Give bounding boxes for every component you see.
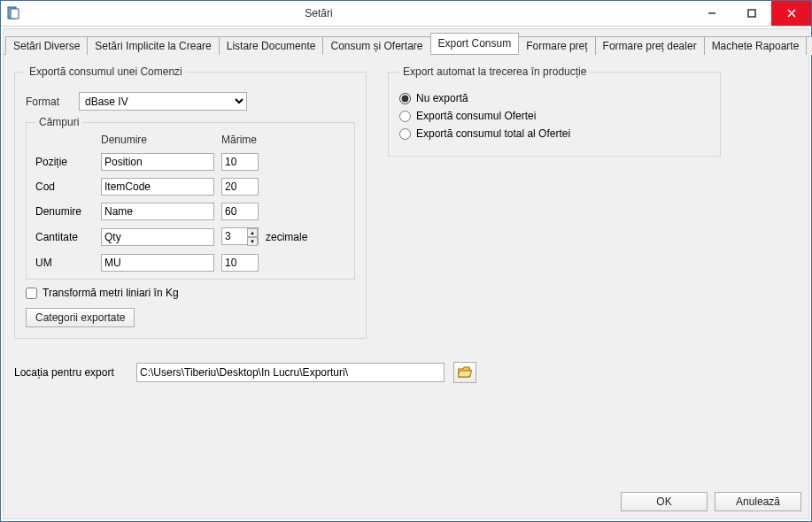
ok-button[interactable]: OK bbox=[621, 492, 708, 511]
tab-conectarea[interactable]: Conectarea la d bbox=[806, 36, 812, 55]
format-label: Format bbox=[26, 96, 79, 108]
input-denumire-name[interactable] bbox=[101, 203, 214, 220]
group-campuri: Câmpuri Denumire Mărime Poziție Cod bbox=[26, 116, 355, 280]
tab-consum-ofertare[interactable]: Consum și Ofertare bbox=[322, 36, 430, 55]
tab-formare-pret-dealer[interactable]: Formare preț dealer bbox=[595, 36, 705, 55]
spin-down[interactable]: ▼ bbox=[247, 237, 258, 246]
label-cantitate: Cantitate bbox=[35, 231, 94, 243]
tab-machete-rapoarte[interactable]: Machete Rapoarte bbox=[704, 36, 808, 55]
input-cod-size[interactable] bbox=[221, 178, 259, 196]
format-select[interactable]: dBase IV bbox=[79, 92, 247, 111]
client-area: Setări Diverse Setări Implicite la Crear… bbox=[3, 28, 809, 519]
tab-setari-implicite[interactable]: Setări Implicite la Creare bbox=[87, 36, 219, 55]
svg-rect-1 bbox=[11, 9, 19, 19]
header-denumire: Denumire bbox=[101, 134, 214, 146]
svg-rect-3 bbox=[748, 10, 755, 17]
spin-up[interactable]: ▲ bbox=[247, 228, 258, 237]
input-cod-name[interactable] bbox=[101, 178, 214, 196]
svg-marker-9 bbox=[458, 371, 472, 377]
tab-listare-documente[interactable]: Listare Documente bbox=[219, 36, 324, 55]
radio-consum-oferta-label: Exportă consumul Ofertei bbox=[416, 110, 536, 122]
location-label: Locația pentru export bbox=[14, 366, 128, 379]
radio-consum-total[interactable] bbox=[399, 128, 411, 140]
tab-export-consum[interactable]: Export Consum bbox=[430, 33, 520, 54]
input-pozitie-size[interactable] bbox=[221, 153, 259, 171]
titlebar: Setări bbox=[1, 1, 811, 27]
window-controls bbox=[692, 1, 811, 26]
radio-consum-total-label: Exportă consumul total al Ofertei bbox=[416, 127, 570, 140]
tab-formare-pret[interactable]: Formare preț bbox=[518, 36, 595, 55]
checkbox-transforma-label: Transformă metri liniari în Kg bbox=[43, 287, 179, 299]
label-um: UM bbox=[35, 257, 94, 269]
close-button[interactable] bbox=[771, 1, 811, 26]
label-pozitie: Poziție bbox=[35, 156, 94, 168]
maximize-button[interactable] bbox=[731, 1, 771, 26]
radio-nu-exporta-label: Nu exportă bbox=[416, 92, 468, 104]
input-um-name[interactable] bbox=[101, 254, 214, 272]
label-denumire: Denumire bbox=[35, 205, 94, 218]
tabs: Setări Diverse Setări Implicite la Crear… bbox=[4, 29, 808, 55]
group-export-consum: Exportă consumul unei Comenzi Format dBa… bbox=[14, 65, 367, 339]
auto-export-legend: Export automat la trecerea în producție bbox=[399, 65, 590, 78]
campuri-legend: Câmpuri bbox=[35, 116, 82, 128]
checkbox-transforma-kg[interactable] bbox=[26, 288, 37, 299]
group-export-legend: Exportă consumul unei Comenzi bbox=[26, 65, 186, 78]
browse-button[interactable] bbox=[453, 362, 476, 383]
window-frame: Setări Setări Diverse Setări Implicite l… bbox=[0, 0, 812, 522]
tab-content: Exportă consumul unei Comenzi Format dBa… bbox=[4, 55, 808, 487]
input-cantitate-name[interactable] bbox=[101, 228, 214, 246]
window-title: Setări bbox=[26, 7, 692, 19]
group-auto-export: Export automat la trecerea în producție … bbox=[388, 65, 721, 157]
categorii-exportate-button[interactable]: Categorii exportate bbox=[26, 308, 135, 327]
header-marime: Mărime bbox=[221, 134, 259, 146]
radio-nu-exporta[interactable] bbox=[399, 93, 411, 104]
input-pozitie-name[interactable] bbox=[101, 153, 214, 171]
input-denumire-size[interactable] bbox=[221, 203, 259, 220]
location-input[interactable] bbox=[136, 363, 445, 382]
tab-setari-diverse[interactable]: Setări Diverse bbox=[5, 36, 88, 55]
cancel-button[interactable]: Anulează bbox=[715, 492, 801, 511]
label-zecimale: zecimale bbox=[266, 231, 345, 243]
label-cod: Cod bbox=[35, 180, 94, 193]
minimize-button[interactable] bbox=[692, 1, 731, 26]
input-um-size[interactable] bbox=[221, 254, 259, 272]
folder-open-icon bbox=[458, 366, 472, 379]
radio-consum-oferta[interactable] bbox=[399, 111, 411, 122]
dialog-footer: OK Anulează bbox=[4, 487, 808, 518]
app-icon bbox=[6, 6, 20, 20]
